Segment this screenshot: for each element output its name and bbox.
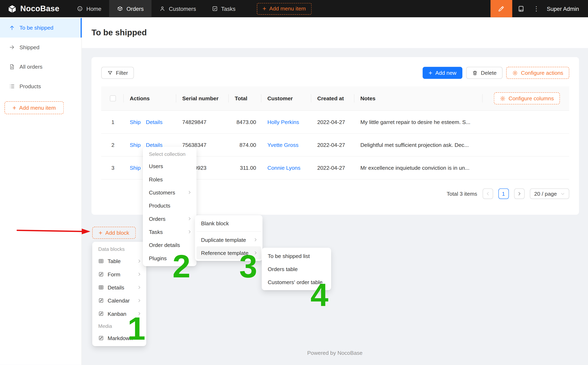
add-new-label: Add new (435, 70, 457, 76)
more-menu-button[interactable]: ⋮ (529, 5, 543, 13)
menu-item-label: Duplicate template (201, 237, 246, 243)
chevron-down-icon (561, 192, 565, 196)
table-toolbar: Filter + Add new Delete Configure action… (101, 67, 569, 79)
plus-icon: + (263, 6, 266, 12)
docs-button[interactable] (512, 0, 530, 17)
sidebar: To be shipped Shipped All orders Product… (0, 17, 82, 365)
filter-button[interactable]: Filter (101, 67, 134, 79)
menu-item-label: Form (108, 271, 120, 277)
arrow-up-icon (9, 25, 15, 31)
page-1-button[interactable]: 1 (498, 189, 509, 199)
menu-item-tasks[interactable]: Tasks (144, 225, 195, 238)
chevron-right-icon (137, 259, 141, 263)
total-cell: 8473.00 (229, 119, 261, 125)
pagination-total: Total 3 items (447, 191, 477, 197)
menu-item-roles[interactable]: Roles (144, 173, 195, 186)
menu-item-users[interactable]: Users (144, 160, 195, 173)
configure-columns-button[interactable]: Configure columns (494, 92, 560, 104)
menu-item-blank-block[interactable]: Blank block (196, 217, 261, 230)
nav-item-customers[interactable]: Customers (152, 0, 204, 17)
nav-item-label: Home (86, 6, 101, 12)
total-cell: 874.00 (229, 142, 261, 148)
configure-columns-label: Configure columns (509, 95, 554, 101)
customer-link[interactable]: Connie Lyons (267, 165, 300, 171)
chevron-right-icon (253, 238, 257, 242)
menu-item-label: Customers (149, 189, 175, 195)
sidebar-item-label: Products (20, 83, 41, 89)
menu-group-header: Data blocks (94, 243, 145, 254)
menu-item-label: Roles (149, 176, 163, 182)
customer-link[interactable]: Yvette Gross (267, 142, 298, 148)
page-size-select[interactable]: 20 / page (530, 189, 569, 199)
page-header: To be shipped (82, 17, 588, 48)
select-all-checkbox[interactable] (110, 95, 116, 101)
sidebar-item-to-be-shipped[interactable]: To be shipped (0, 18, 81, 38)
page-title: To be shipped (91, 28, 147, 38)
menu-item-orders-table[interactable]: Orders table (263, 262, 330, 275)
created-at-cell: 2022-04-27 (311, 142, 354, 148)
menu-item-to-be-shipped-list[interactable]: To be shipped list (263, 249, 330, 262)
column-header-created-at: Created at (317, 95, 344, 101)
created-at-cell: 2022-04-27 (311, 119, 354, 125)
chevron-left-icon (485, 191, 490, 196)
step-badge-2: 2 (172, 250, 190, 282)
ship-link[interactable]: Ship (130, 142, 141, 148)
prev-page-button[interactable] (482, 189, 493, 199)
sidebar-item-products[interactable]: Products (0, 77, 81, 96)
menu-item-label: Plugins (149, 255, 167, 261)
sidebar-item-all-orders[interactable]: All orders (0, 57, 81, 77)
menu-item-customers[interactable]: Customers (144, 186, 195, 199)
menu-item-details[interactable]: Details (94, 281, 145, 294)
ship-link[interactable]: Ship (130, 119, 141, 125)
add-block-button[interactable]: + Add block (92, 227, 136, 239)
table-header-row: Actions Serial number Total Customer Cre… (101, 86, 569, 111)
menu-item-duplicate-template[interactable]: Duplicate template (196, 233, 261, 246)
nocobase-app: NocoBase Home Orders Customers Tasks + A… (0, 0, 588, 365)
ellipsis-icon: ⋮ (533, 5, 540, 12)
menu-item-calendar[interactable]: Calendar (94, 294, 145, 307)
menu-item-products[interactable]: Products (144, 199, 195, 212)
menu-group-header: Select collection (144, 148, 195, 160)
nav-item-orders[interactable]: Orders (109, 0, 151, 17)
sidebar-item-shipped[interactable]: Shipped (0, 38, 81, 57)
menu-item-orders[interactable]: Orders (144, 212, 195, 225)
menu-item-label: To be shipped list (268, 253, 310, 259)
notes-cell: Delightful met sufficient projection ask… (354, 142, 569, 148)
user-menu[interactable]: Super Admin (543, 6, 588, 12)
column-header-serial-number: Serial number (182, 95, 218, 101)
details-link[interactable]: Details (146, 119, 162, 125)
chevron-right-icon (188, 217, 192, 221)
column-header-customer: Customer (267, 95, 293, 101)
ship-link[interactable]: Ship (130, 165, 141, 171)
nav-item-tasks[interactable]: Tasks (204, 0, 243, 17)
column-header-total: Total (235, 95, 248, 101)
sidebar-item-label: Shipped (20, 44, 40, 50)
nav-item-home[interactable]: Home (69, 0, 109, 17)
row-index: 1 (101, 119, 124, 125)
chevron-right-icon (188, 190, 192, 194)
configure-actions-button[interactable]: Configure actions (506, 67, 569, 79)
add-menu-item-button-top[interactable]: + Add menu item (257, 3, 311, 14)
plus-icon: + (13, 105, 16, 111)
sidebar-item-label: All orders (20, 64, 43, 70)
pen-icon (498, 5, 505, 13)
top-navbar: NocoBase Home Orders Customers Tasks + A… (0, 0, 588, 17)
add-menu-item-button-sidebar[interactable]: + Add menu item (5, 101, 64, 114)
add-menu-item-label: Add menu item (269, 6, 306, 12)
red-arrow-annotation (15, 225, 94, 238)
add-new-button[interactable]: + Add new (423, 67, 463, 79)
next-page-button[interactable] (514, 189, 524, 199)
chevron-right-icon (137, 298, 141, 302)
form-icon (98, 271, 104, 277)
ui-editor-button[interactable] (490, 0, 512, 17)
chevron-right-icon (517, 191, 521, 196)
nocobase-logo[interactable]: NocoBase (0, 4, 69, 13)
customer-link[interactable]: Holly Perkins (267, 119, 299, 125)
toolbar-right: + Add new Delete Configure actions (423, 67, 569, 79)
row-index: 3 (101, 165, 124, 171)
menu-item-label: Products (149, 203, 170, 209)
menu-item-form[interactable]: Form (94, 267, 145, 281)
menu-item-table[interactable]: Table (94, 254, 145, 267)
tasks-icon (212, 6, 218, 12)
delete-button[interactable]: Delete (466, 67, 502, 79)
